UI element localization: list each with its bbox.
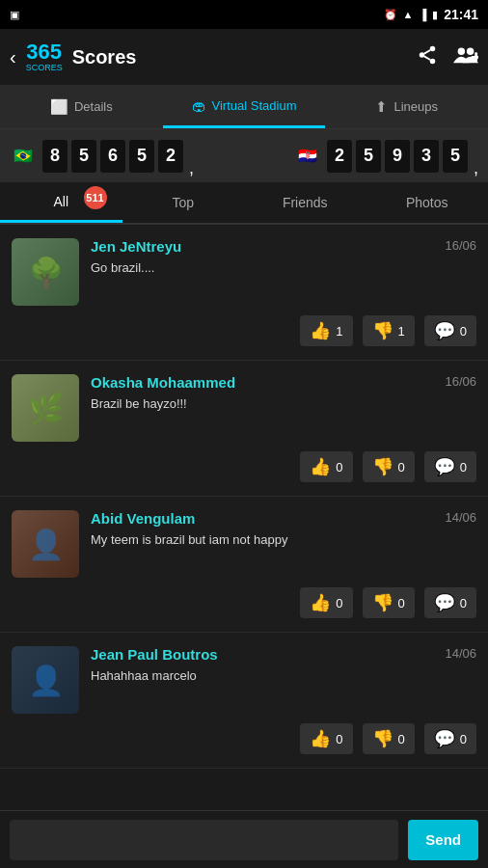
team2-score-1: 2 <box>327 140 352 173</box>
comment-actions: 👍 0 👎 0 💬 0 <box>12 587 476 618</box>
signal-icon: ▐ <box>419 9 426 20</box>
alarm-icon: ⏰ <box>384 9 397 21</box>
header-actions <box>417 44 478 70</box>
comment-count: 0 <box>460 732 467 746</box>
team2-scores: 2 5 9 3 5 <box>327 140 468 173</box>
thumbs-up-icon: 👍 <box>310 456 331 477</box>
score-comma-1: , <box>189 158 194 178</box>
like-count: 1 <box>336 324 342 339</box>
comment-button[interactable]: 💬 0 <box>424 315 476 346</box>
comment-username: Abid Vengulam <box>91 510 195 527</box>
comment-text: My teem is brazil but iam not happy <box>91 532 287 547</box>
tab-virtual-stadium[interactable]: 🏟 Virtual Stadium <box>163 85 326 128</box>
logo-sub: SCORES <box>26 63 63 72</box>
dislike-button[interactable]: 👎 0 <box>363 587 415 618</box>
comment-bubble-icon: 💬 <box>434 728 455 749</box>
dislike-count: 0 <box>398 732 405 746</box>
team2-flag: 🇭🇷 <box>294 147 321 166</box>
comment-bubble-icon: 💬 <box>434 592 455 613</box>
tab-details-label: Details <box>74 99 113 114</box>
svg-point-2 <box>430 58 436 63</box>
logo: 365 SCORES <box>26 41 63 72</box>
comment-count: 0 <box>460 596 467 610</box>
share-icon[interactable] <box>417 44 438 70</box>
users-icon[interactable] <box>453 44 478 70</box>
avatar-placeholder: 👤 <box>28 664 64 697</box>
dislike-button[interactable]: 👎 1 <box>363 315 415 346</box>
wifi-icon: ▲ <box>403 9 414 20</box>
team2-score-5: 5 <box>443 140 468 173</box>
tab-virtual-stadium-label: Virtual Stadium <box>212 98 297 113</box>
all-badge: 511 <box>84 186 107 209</box>
like-button[interactable]: 👍 0 <box>300 723 352 754</box>
comment-button[interactable]: 💬 0 <box>424 587 476 618</box>
comment-content: Jean Paul Boutros 14/06 Hahahhaa marcelo <box>91 646 476 714</box>
avatar: 👤 <box>12 646 79 714</box>
svg-line-3 <box>424 56 430 60</box>
dislike-button[interactable]: 👎 0 <box>363 723 415 754</box>
like-button[interactable]: 👍 1 <box>300 315 352 346</box>
filter-tab-photos[interactable]: Photos <box>366 182 489 223</box>
thumbs-down-icon: 👎 <box>372 456 393 477</box>
svg-point-6 <box>467 47 474 54</box>
comment-date: 14/06 <box>445 646 476 661</box>
comment-date: 16/06 <box>445 374 476 389</box>
filter-friends-label: Friends <box>283 195 328 210</box>
page-title: Scores <box>72 46 407 68</box>
comments-list: 🌳 Jen JeNtreyu 16/06 Go brazil.... 👍 1 👎… <box>0 225 488 810</box>
comment-count: 0 <box>460 460 467 475</box>
comment-username: Jean Paul Boutros <box>91 646 218 663</box>
main-tabs: ⬜ Details 🏟 Virtual Stadium ⬆ Lineups <box>0 85 488 129</box>
comment-content: Jen JeNtreyu 16/06 Go brazil.... <box>91 238 476 306</box>
like-count: 0 <box>336 460 342 475</box>
team1-flag: 🇧🇷 <box>10 147 37 166</box>
thumbs-up-icon: 👍 <box>310 728 331 749</box>
thumbs-down-icon: 👎 <box>372 320 393 341</box>
comment-date: 16/06 <box>445 238 476 253</box>
status-bar: ▣ ⏰ ▲ ▐ ▮ 21:41 <box>0 0 488 29</box>
svg-point-0 <box>430 45 436 51</box>
comment-actions: 👍 0 👎 0 💬 0 <box>12 723 476 754</box>
comment-bubble-icon: 💬 <box>434 320 455 341</box>
filter-tabs: All 511 Top Friends Photos <box>0 182 488 225</box>
avatar: 🌿 <box>12 374 79 442</box>
comment-actions: 👍 1 👎 1 💬 0 <box>12 315 476 346</box>
details-icon: ⬜ <box>50 98 68 116</box>
back-button[interactable]: ‹ <box>10 46 16 68</box>
filter-tab-friends[interactable]: Friends <box>244 182 366 223</box>
comment-button[interactable]: 💬 0 <box>424 451 476 482</box>
tab-details[interactable]: ⬜ Details <box>0 85 163 128</box>
like-button[interactable]: 👍 0 <box>300 451 352 482</box>
dislike-count: 1 <box>398 324 405 339</box>
like-button[interactable]: 👍 0 <box>300 587 352 618</box>
filter-tab-top[interactable]: Top <box>122 182 245 223</box>
stadium-icon: 🏟 <box>192 97 206 114</box>
filter-photos-label: Photos <box>406 195 448 210</box>
comment-content: Abid Vengulam 14/06 My teem is brazil bu… <box>91 510 476 578</box>
avatar-placeholder: 🌳 <box>28 256 64 289</box>
comment-text: Go brazil.... <box>91 260 154 275</box>
team1-score-1: 8 <box>42 140 68 173</box>
comment-count: 0 <box>460 324 467 339</box>
avatar: 👤 <box>12 510 79 578</box>
team1-scores: 8 5 6 5 2 <box>42 140 183 173</box>
battery-icon: ▮ <box>432 9 438 21</box>
tab-lineups[interactable]: ⬆ Lineups <box>325 85 488 128</box>
team1-score-5: 2 <box>158 140 183 173</box>
avatar-placeholder: 🌿 <box>28 392 64 425</box>
svg-point-5 <box>458 47 465 54</box>
score-comma-2: , <box>474 158 478 178</box>
comment-item: 🌿 Okasha Mohaammed 16/06 Brazil be hayzo… <box>0 361 488 497</box>
message-input[interactable] <box>10 820 398 860</box>
dislike-button[interactable]: 👎 0 <box>363 451 415 482</box>
svg-rect-8 <box>472 55 478 58</box>
comment-button[interactable]: 💬 0 <box>424 723 476 754</box>
thumbs-up-icon: 👍 <box>310 592 331 613</box>
comment-actions: 👍 0 👎 0 💬 0 <box>12 451 476 482</box>
avatar: 🌳 <box>12 238 79 306</box>
send-button[interactable]: Send <box>408 820 478 860</box>
svg-point-1 <box>420 52 425 58</box>
filter-tab-all[interactable]: All 511 <box>0 182 122 223</box>
tab-lineups-label: Lineups <box>393 99 438 114</box>
comment-item: 🌳 Jen JeNtreyu 16/06 Go brazil.... 👍 1 👎… <box>0 225 488 361</box>
